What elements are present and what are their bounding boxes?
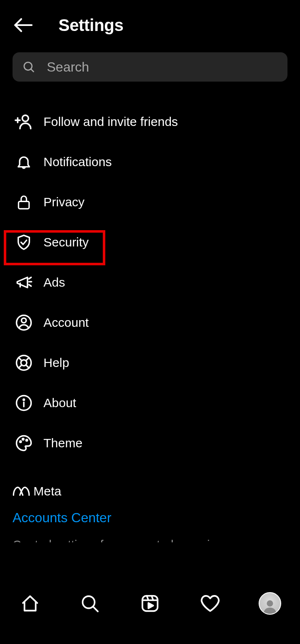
svg-point-31: [267, 600, 273, 607]
svg-line-14: [19, 358, 22, 361]
reels-icon: [140, 594, 160, 613]
item-label: Theme: [43, 436, 82, 450]
svg-point-20: [23, 399, 25, 400]
meta-description: Control settings for connected experienc…: [13, 526, 287, 542]
item-label: Ads: [43, 275, 65, 290]
person-icon: [262, 597, 278, 614]
item-label: Follow and invite friends: [43, 115, 178, 129]
item-follow-invite[interactable]: Follow and invite friends: [4, 102, 296, 142]
icon-slot: [14, 194, 33, 210]
svg-rect-6: [18, 201, 29, 208]
item-label: Help: [43, 356, 69, 370]
svg-line-15: [26, 365, 29, 368]
icon-slot: [14, 394, 33, 412]
info-icon: [15, 394, 33, 412]
svg-line-25: [93, 607, 98, 612]
svg-point-11: [21, 318, 26, 323]
item-security[interactable]: Security: [4, 222, 296, 262]
icon-slot: [14, 234, 33, 251]
nav-reels[interactable]: [135, 589, 165, 618]
header: Settings: [0, 0, 300, 52]
search-container: [0, 52, 300, 94]
item-label: Security: [43, 235, 89, 249]
page-title: Settings: [58, 16, 123, 35]
bell-icon: [15, 154, 32, 170]
meta-section: Meta Accounts Center Control settings fo…: [0, 463, 300, 542]
svg-point-21: [20, 441, 21, 443]
add-friend-icon: [15, 113, 33, 131]
icon-slot: [14, 314, 33, 331]
item-help[interactable]: Help: [4, 343, 296, 383]
palette-icon: [15, 434, 33, 452]
icon-slot: [14, 434, 33, 452]
nav-home[interactable]: [15, 589, 45, 618]
search-icon: [80, 594, 99, 613]
icon-slot: [14, 113, 33, 131]
svg-point-23: [26, 439, 28, 441]
svg-point-22: [23, 439, 24, 440]
lock-icon: [16, 194, 32, 210]
bottom-nav: [0, 585, 300, 622]
nav-search[interactable]: [75, 589, 104, 618]
svg-point-3: [22, 115, 28, 121]
item-label: Account: [43, 316, 89, 330]
svg-line-9: [29, 285, 31, 286]
icon-slot: [14, 274, 33, 291]
svg-line-17: [19, 365, 22, 368]
search-input[interactable]: [47, 59, 277, 75]
item-theme[interactable]: Theme: [4, 423, 296, 463]
icon-slot: [14, 354, 33, 372]
nav-profile[interactable]: [255, 589, 285, 618]
accounts-center-link[interactable]: Accounts Center: [13, 498, 112, 526]
item-about[interactable]: About: [4, 383, 296, 423]
item-label: About: [43, 396, 76, 410]
svg-line-7: [29, 277, 31, 279]
user-circle-icon: [15, 314, 33, 331]
search-icon: [23, 61, 35, 73]
nav-activity[interactable]: [196, 589, 225, 618]
meta-label: Meta: [33, 484, 61, 498]
megaphone-icon: [15, 274, 33, 291]
item-label: Notifications: [43, 155, 112, 169]
item-privacy[interactable]: Privacy: [4, 182, 296, 222]
search-bar[interactable]: [13, 52, 287, 82]
avatar: [259, 592, 281, 615]
item-account[interactable]: Account: [4, 303, 296, 343]
meta-logo-icon: [13, 485, 30, 497]
meta-brand: Meta: [13, 484, 287, 498]
back-button[interactable]: [13, 15, 33, 36]
shield-check-icon: [15, 234, 32, 251]
icon-slot: [14, 154, 33, 170]
lifebuoy-icon: [15, 354, 33, 372]
svg-line-2: [31, 69, 33, 72]
item-notifications[interactable]: Notifications: [4, 142, 296, 182]
svg-marker-30: [148, 603, 153, 608]
item-ads[interactable]: Ads: [4, 262, 296, 303]
arrow-left-icon: [13, 15, 33, 36]
home-icon: [20, 594, 40, 613]
settings-screen: Settings Follow and invite friends Notif…: [0, 0, 300, 644]
item-label: Privacy: [43, 195, 84, 209]
svg-line-16: [26, 358, 29, 361]
settings-list: Follow and invite friends Notifications …: [0, 94, 300, 463]
heart-icon: [200, 593, 220, 613]
